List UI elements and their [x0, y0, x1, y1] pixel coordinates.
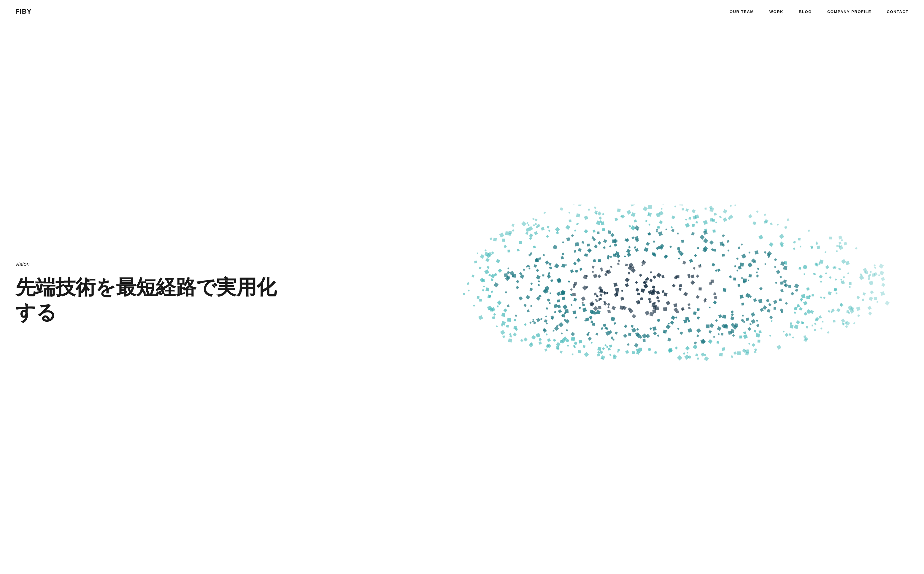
nav-blog[interactable]: BLOG [799, 9, 812, 14]
main-nav: OUR TEAM WORK BLOG COMPANY PROFILE CONTA… [729, 9, 908, 14]
particle-canvas [370, 205, 924, 377]
hero-section: vision 先端技術を最短経路で実用化 する [0, 0, 924, 574]
hero-content: vision 先端技術を最短経路で実用化 する [16, 261, 276, 325]
nav-our-team[interactable]: OUR TEAM [729, 9, 754, 14]
hero-title: 先端技術を最短経路で実用化 する [16, 274, 276, 325]
particle-visualization [370, 205, 924, 377]
nav-company-profile[interactable]: COMPANY PROFILE [827, 9, 872, 14]
hero-title-line1: 先端技術を最短経路で実用化 [16, 276, 276, 298]
hero-title-line2: する [16, 301, 57, 323]
nav-contact[interactable]: CONTACT [887, 9, 908, 14]
nav-work[interactable]: WORK [769, 9, 783, 14]
logo[interactable]: FIBY [16, 8, 32, 16]
site-header: FIBY OUR TEAM WORK BLOG COMPANY PROFILE … [0, 0, 924, 23]
vision-label: vision [16, 261, 276, 267]
